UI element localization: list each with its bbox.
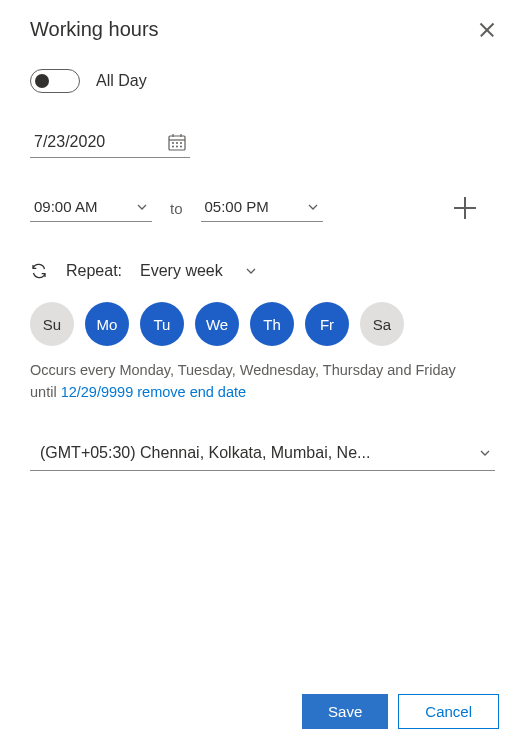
working-hours-dialog: Working hours All Day 7/23/2020 bbox=[0, 0, 525, 751]
chevron-down-icon bbox=[307, 201, 319, 213]
day-toggle-fr[interactable]: Fr bbox=[305, 302, 349, 346]
timezone-select[interactable]: (GMT+05:30) Chennai, Kolkata, Mumbai, Ne… bbox=[30, 438, 495, 471]
to-label: to bbox=[170, 200, 183, 217]
all-day-label: All Day bbox=[96, 72, 147, 90]
day-toggle-we[interactable]: We bbox=[195, 302, 239, 346]
end-time-select[interactable]: 05:00 PM bbox=[201, 194, 323, 222]
scroll-area[interactable]: All Day 7/23/2020 bbox=[0, 69, 525, 678]
occurs-text: Occurs every Monday, Tuesday, Wednesday,… bbox=[30, 360, 495, 382]
remove-end-date-link[interactable]: remove end date bbox=[137, 384, 246, 400]
day-toggle-mo[interactable]: Mo bbox=[85, 302, 129, 346]
time-row: 09:00 AM to 05:00 PM bbox=[30, 194, 495, 222]
dialog-header: Working hours bbox=[0, 0, 525, 41]
chevron-down-icon bbox=[245, 265, 257, 277]
timezone-value: (GMT+05:30) Chennai, Kolkata, Mumbai, Ne… bbox=[40, 444, 370, 462]
all-day-row: All Day bbox=[30, 69, 495, 93]
add-time-button[interactable] bbox=[451, 194, 479, 222]
start-time-value: 09:00 AM bbox=[34, 198, 97, 215]
cancel-button[interactable]: Cancel bbox=[398, 694, 499, 729]
end-time-value: 05:00 PM bbox=[205, 198, 269, 215]
chevron-down-icon bbox=[136, 201, 148, 213]
date-field[interactable]: 7/23/2020 bbox=[30, 133, 190, 158]
repeat-label: Repeat: bbox=[66, 262, 122, 280]
days-row: SuMoTuWeThFrSa bbox=[30, 302, 495, 346]
dialog-title: Working hours bbox=[30, 18, 159, 41]
day-toggle-tu[interactable]: Tu bbox=[140, 302, 184, 346]
until-date-link[interactable]: 12/29/9999 bbox=[61, 384, 134, 400]
repeat-select[interactable]: Every week bbox=[140, 262, 257, 280]
repeat-row: Repeat: Every week bbox=[30, 262, 495, 280]
day-toggle-th[interactable]: Th bbox=[250, 302, 294, 346]
start-time-select[interactable]: 09:00 AM bbox=[30, 194, 152, 222]
until-row: until 12/29/9999 remove end date bbox=[30, 384, 495, 400]
chevron-down-icon bbox=[479, 447, 491, 459]
day-toggle-sa[interactable]: Sa bbox=[360, 302, 404, 346]
repeat-value: Every week bbox=[140, 262, 223, 280]
dialog-footer: Save Cancel bbox=[0, 678, 525, 751]
all-day-toggle[interactable] bbox=[30, 69, 80, 93]
day-toggle-su[interactable]: Su bbox=[30, 302, 74, 346]
close-icon[interactable] bbox=[479, 22, 495, 38]
calendar-icon[interactable] bbox=[168, 133, 186, 151]
until-prefix: until bbox=[30, 384, 57, 400]
date-value: 7/23/2020 bbox=[30, 133, 105, 151]
repeat-icon bbox=[30, 262, 48, 280]
save-button[interactable]: Save bbox=[302, 694, 388, 729]
